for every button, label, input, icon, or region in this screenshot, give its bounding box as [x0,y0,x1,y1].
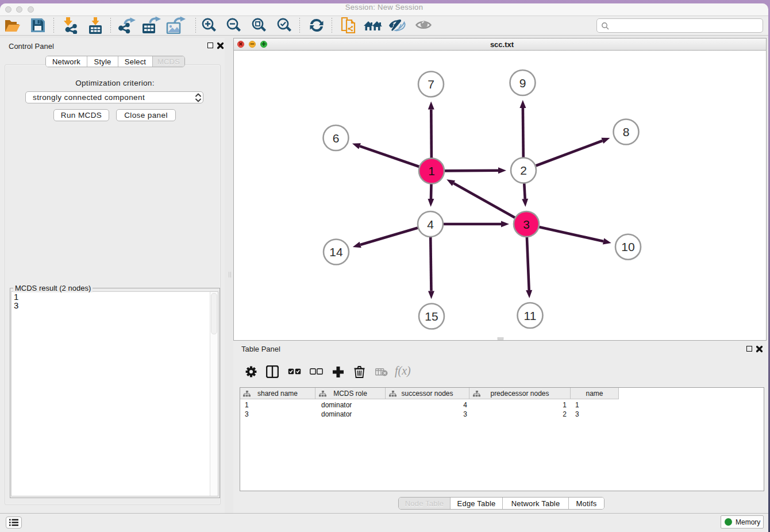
svg-text:3: 3 [523,218,530,231]
svg-text:4: 4 [427,218,434,231]
svg-text:14: 14 [329,245,343,259]
svg-text:11: 11 [524,309,537,322]
svg-text:2: 2 [520,164,527,177]
svg-text:10: 10 [621,240,634,253]
svg-text:1: 1 [428,164,435,178]
svg-text:8: 8 [623,125,630,138]
svg-text:7: 7 [428,78,434,91]
svg-text:6: 6 [333,132,340,145]
svg-text:15: 15 [425,310,438,323]
svg-text:9: 9 [519,76,526,90]
